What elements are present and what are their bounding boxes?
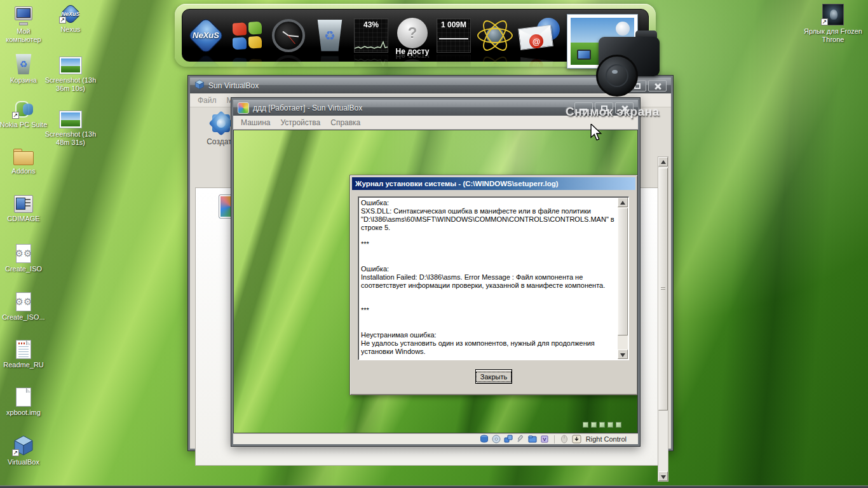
ram-graph-icon: 1 009M [437,18,471,53]
dialog-titlebar[interactable]: Журнал установки системы - (C:\WINDOWS\s… [352,177,635,190]
vm-details-scrollbar[interactable] [658,156,668,482]
desktop-icon-readme-ru[interactable]: Readme_RU [0,337,54,369]
setup-log-textbox[interactable]: Ошибка: SXS.DLL: Синтаксическая ошибка в… [358,196,629,360]
desktop-icon-virtualbox[interactable]: ↗ VirtualBox [0,435,54,466]
cpu-graph-icon: 43% [354,18,388,53]
desktop-icon-addons[interactable]: Addons [0,144,54,175]
menu-devices[interactable]: Устройства [280,118,320,127]
dock-nexus-button[interactable]: NeXuS [188,18,224,53]
desktop-icon-create-iso-2[interactable]: ⚙⚙ Create_ISO... [0,290,54,322]
cd-status-icon[interactable] [492,435,501,444]
create-vm-icon [210,112,232,134]
dock-unavailable-widget[interactable]: ? Не досту [395,18,430,53]
desktop-icon-label: xpboot.img [6,409,41,417]
window-title: Sun VirtualBox [208,81,259,90]
vm-status-squares [583,422,621,428]
shortcut-arrow-icon: ↗ [59,17,66,24]
menu-file[interactable]: Файл [198,96,217,105]
shortcut-arrow-icon: ↗ [12,449,19,456]
desktop-icon-label: Create_ISO [5,265,42,273]
desktop-icon-nexus[interactable]: NeXuS ↗ Nexus [40,2,101,34]
shortcut-arrow-icon: ↗ [12,112,19,119]
desktop-icon-create-iso[interactable]: ⚙⚙ Create_ISO [0,241,54,273]
dock-clock-widget[interactable] [271,18,306,53]
desktop-icon-label: Screenshot (13h 36m 10s) [40,76,101,93]
desktop-icon-label: CDIMAGE [7,215,39,223]
scroll-up-button[interactable] [618,198,628,207]
desktop-icon-xpboot-img[interactable]: xpboot.img [0,385,54,417]
nexus-dock: NeXuS ♻ 43% ? Не досту 1 009M [175,4,656,67]
cpu-usage-value: 43% [355,20,388,29]
ram-free-value: 1 009M [437,20,470,29]
folder-icon [13,149,34,165]
scroll-down-button[interactable] [618,349,628,359]
unavailable-label: Не досту [391,47,434,56]
screenshot-thumbnail-icon [59,111,82,128]
usb-status-icon[interactable] [516,435,525,444]
nexus-logo-icon: NeXuS [190,20,222,51]
statusbar-separator [554,435,555,444]
dock-cpu-meter[interactable]: 43% [353,18,389,53]
mail-icon: @ [519,18,560,53]
menu-help[interactable]: Справка [330,118,360,127]
text-document-icon [16,340,31,359]
scroll-thumb[interactable] [618,208,628,336]
gears-script-icon: ⚙⚙ [16,292,31,311]
scroll-thumb[interactable] [658,168,668,410]
vm-guest-display[interactable]: Журнал установки системы - (C:\WINDOWS\s… [233,130,638,433]
dialog-title: Журнал установки системы - (C:\WINDOWS\s… [355,180,559,187]
taskbar-strip[interactable] [0,485,868,488]
clock-icon [272,19,305,52]
vm-statusbar: V Right Control [233,433,638,444]
my-computer-icon [13,6,34,25]
desktop-icon-label: Корзина [10,76,37,85]
desktop-icon-screenshot-1[interactable]: Screenshot (13h 36m 10s) [40,53,101,93]
file-icon [16,388,31,407]
dock-windows-button[interactable] [229,18,265,53]
gears-script-icon: ⚙⚙ [16,244,31,263]
desktop-icon-screenshot-2[interactable]: Screenshot (13h 48m 31s) [40,107,101,147]
desktop-icon-label: Create_ISO... [2,313,44,322]
svg-text:V: V [543,437,546,442]
scroll-up-button[interactable] [658,157,668,166]
desktop-icon-label: Nexus [60,25,80,34]
menu-machine[interactable]: Машина [241,118,270,127]
virtualization-status-icon[interactable]: V [540,435,549,444]
desktop-icon-frozen-throne[interactable]: ↗ Ярлык для Frozen Throne [803,4,864,44]
mouse-cursor [590,124,604,140]
hostkey-status-icon[interactable] [572,435,581,444]
window-title: ддд [Работает] - Sun VirtualBox [253,104,362,112]
mouse-capture-status-icon[interactable] [560,435,569,444]
cdimage-app-icon [14,195,33,213]
desktop-icon-label: VirtualBox [8,458,39,466]
shared-folders-status-icon[interactable] [528,435,537,444]
dock-recycle-bin-button[interactable]: ♻ [312,18,348,53]
network-status-icon[interactable] [504,435,513,444]
recycle-bin-icon: ♻ [316,20,343,51]
dialog-close-button[interactable]: Закрыть [475,369,512,384]
desktop-icon-cdimage[interactable]: CDIMAGE [0,191,54,223]
vm-window: ддд [Работает] - Sun VirtualBox Машина У… [231,97,641,447]
dock-mail-button[interactable]: @ [519,18,560,53]
screenshot-watermark: Снимок экрана [566,105,660,119]
desktop-icon-label: Screenshot (13h 48m 31s) [40,130,101,147]
dock-ram-meter[interactable]: 1 009M [436,18,471,53]
desktop-icon-label: Readme_RU [3,361,44,369]
desktop-icon-label: Addons [11,167,35,175]
dock-network-button[interactable] [477,18,513,53]
scroll-down-button[interactable] [658,471,668,481]
recycle-bin-icon: ♻ [15,54,32,74]
network-globe-icon [477,18,513,53]
vm-os-icon [238,102,249,114]
question-mark-icon: ? Не досту [395,18,430,53]
desktop-icon-label: Ярлык для Frozen Throne [803,27,864,44]
harddisk-status-icon[interactable] [480,435,489,444]
resize-grip[interactable] [631,437,639,445]
setup-log-text: Ошибка: SXS.DLL: Синтаксическая ошибка в… [361,199,614,358]
setup-log-dialog: Журнал установки системы - (C:\WINDOWS\s… [349,175,638,395]
hostkey-label: Right Control [586,435,627,443]
log-scrollbar[interactable] [618,198,628,359]
screenshot-thumbnail-icon [59,57,82,74]
windows-logo-icon [233,21,262,50]
virtualbox-cube-icon [194,79,205,92]
